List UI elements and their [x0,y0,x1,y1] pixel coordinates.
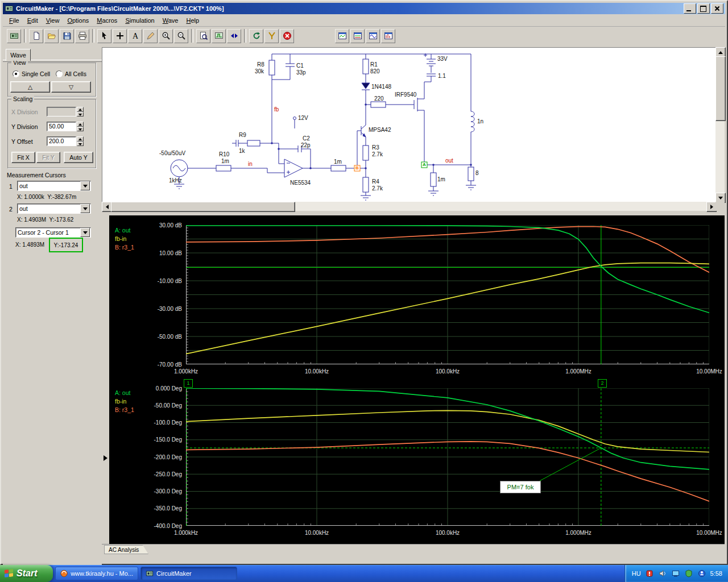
browser-icon [60,569,68,577]
tool-plot-window-2-button[interactable] [350,29,365,43]
schematic-vscrollbar[interactable] [715,47,725,202]
tool-digital-display-button[interactable] [212,29,226,43]
schematic-label-30k: 30k [255,68,264,74]
phase-plot[interactable] [186,388,709,526]
tool-add-part-button[interactable] [113,29,127,43]
chevron-down-icon[interactable] [80,181,90,190]
close-button[interactable] [711,3,723,14]
title-bar: CircuitMaker - [C:\Program Files\Circuit… [3,3,725,14]
magnitude-legend: A: outfb-inB: r3_1 [115,226,134,252]
tool-search-document-button[interactable] [196,29,210,43]
restore-button[interactable] [697,3,710,14]
schematic-label-r10: R10 [219,151,229,157]
tab-ac-analysis[interactable]: AC Analysis [104,545,148,554]
digital-display-icon [214,31,224,40]
y-offset-spinner[interactable] [77,136,84,146]
triangle-left-icon [106,205,109,209]
y-division-field[interactable]: 50.00 [47,122,76,131]
menu-simulation[interactable]: Simulation [121,16,158,25]
desktop: CircuitMaker - [C:\Program Files\Circuit… [0,0,728,582]
tool-text-tool-button[interactable]: A [128,29,142,43]
tool-plot-window-3-button[interactable] [366,29,380,43]
scaling-group-label: Scaling [11,95,34,102]
y-tick-label: -400.0 Deg [146,523,182,529]
x-tick-label: 100.0kHz [428,368,468,375]
toolbar-separator [24,29,26,43]
chevron-down-icon[interactable] [80,228,90,237]
tool-probe-tool-button[interactable] [264,29,279,43]
cursor2-signal-select[interactable]: out [17,203,91,214]
tool-step-simulation-button[interactable] [227,29,241,43]
tray-messenger-icon[interactable] [697,569,706,578]
schematic-label-8: 8 [475,170,479,176]
panel-pointer-icon [104,455,107,461]
x-tick-label: 100.0kHz [428,530,468,536]
fit-y-button[interactable]: Fit Y [36,152,60,163]
y-offset-field[interactable]: 200.0 [47,136,76,146]
y-offset-label: Y Offset [11,138,33,145]
scroll-down-button[interactable]: ▽ [51,81,91,93]
tool-board-button[interactable] [7,29,21,43]
schematic-label-fb: fb [274,106,279,113]
schematic-label-r4: R4 [372,178,379,185]
tool-new-document-button[interactable] [29,29,43,43]
tool-save-button[interactable] [60,29,74,43]
radio-single-cell[interactable]: Single Cell [13,70,50,77]
menu-help[interactable]: Help [182,16,203,25]
chevron-down-icon[interactable] [80,204,90,213]
task-button-circuitmaker[interactable]: CircuitMaker [140,567,237,580]
tool-plot-window-4-button[interactable] [381,29,395,43]
tray-shield-icon[interactable] [684,569,693,578]
fit-x-button[interactable]: Fit X [11,152,35,163]
cursor-diff-select[interactable]: Cursor 2 - Cursor 1 [15,227,91,238]
toolbar-separator [244,29,246,43]
tool-open-folder-button[interactable] [44,29,59,43]
tray-display-icon[interactable] [671,569,680,578]
schematic-hscrollbar[interactable] [102,202,715,211]
magnitude-plot[interactable] [186,225,709,364]
tray-alert-icon[interactable] [645,569,654,578]
menu-options[interactable]: Options [63,16,93,25]
legend-fb-in: fb-in [115,235,134,243]
tool-select-arrow-button[interactable] [97,29,111,43]
volume-icon[interactable] [658,569,667,578]
cursor1-signal-select[interactable]: out [17,181,91,191]
svg-text:A: A [132,32,138,40]
scaling-group: Scaling X Division Y Division 50.00 Y Of… [7,99,96,168]
y-division-spinner[interactable] [77,122,84,131]
tab-wave[interactable]: Wave [6,49,31,61]
menu-wave[interactable]: Wave [159,16,183,25]
start-button[interactable]: Start [0,565,53,582]
x-division-field[interactable] [47,107,76,117]
tool-reset-simulation-button[interactable] [249,29,263,43]
clock[interactable]: 5:58 [710,570,722,577]
new-document-icon [32,31,41,40]
legend-b-r3-1: B: r3_1 [115,243,134,252]
scroll-up-button[interactable]: △ [10,81,50,93]
menu-macros[interactable]: Macros [93,16,121,25]
menu-file[interactable]: File [5,16,23,25]
radio-all-cells[interactable]: All Cells [56,70,86,77]
windows-flag-icon [5,569,14,579]
legend-a-out: A: out [115,389,134,397]
tool-zoom-in-button[interactable] [159,29,173,43]
tool-wire-edit-button[interactable] [143,29,158,43]
schematic-canvas[interactable]: R830kC133pR182033V1.11N4148220IRF9540fb1… [102,47,716,202]
language-indicator[interactable]: HU [632,570,641,577]
tool-plot-window-1-button[interactable] [335,29,349,43]
tool-print-button[interactable] [75,29,89,43]
cursor-flag-2[interactable]: 2 [598,379,607,388]
tool-zoom-out-button[interactable] [174,29,188,43]
minimize-button[interactable] [684,3,696,14]
tool-stop-simulation-button[interactable] [280,29,294,43]
menu-edit[interactable]: Edit [23,16,42,25]
open-folder-icon [47,31,56,40]
cursor-flag-1[interactable]: 1 [184,379,193,388]
hscroll-thumb[interactable] [111,202,295,212]
menu-view[interactable]: View [42,16,64,25]
y-tick-label: -300.0 Deg [146,488,182,494]
auto-y-button[interactable]: Auto Y [64,152,93,163]
task-button-browser[interactable]: www.tkiraaly.hu - Mo... [55,567,138,580]
x-division-spinner[interactable] [77,107,84,117]
vscroll-thumb[interactable] [715,56,726,121]
